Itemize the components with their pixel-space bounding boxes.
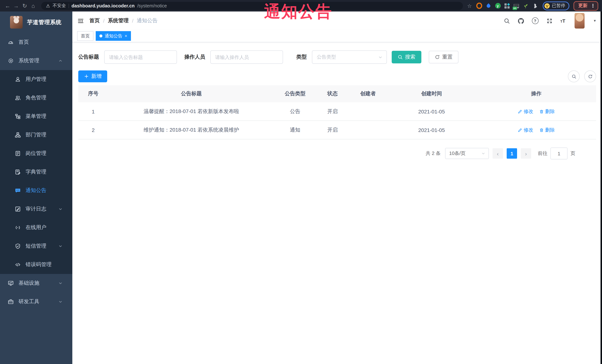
sidebar-item-部门管理[interactable]: 部门管理 (0, 126, 72, 144)
table-row: 1温馨提醒：2018-07-01 若依新版本发布啦公告开启2021-01-05修… (78, 102, 596, 121)
extension-list-icon[interactable]: on (513, 3, 519, 9)
address-bar[interactable]: ⚠ 不安全 dashboard.yudao.iocoder.cn/system/… (41, 2, 463, 10)
sidebar-item-label: 研发工具 (19, 298, 39, 305)
sidebar-item-短信管理[interactable]: 短信管理 (0, 237, 72, 255)
browser-reload-icon[interactable]: ↻ (21, 0, 29, 11)
sidebar-item-审计日志[interactable]: 审计日志 (0, 200, 72, 218)
sidebar-item-label: 错误码管理 (26, 261, 52, 268)
breadcrumb-item-首页[interactable]: 首页 (89, 17, 100, 24)
pagination: 共 2 条 10条/页 ‹ 1 › 前往 页 (78, 147, 575, 159)
peoples-icon (15, 95, 21, 101)
browser-home-icon[interactable]: ⌂ (29, 0, 37, 11)
sidebar-item-字典管理[interactable]: 字典管理 (0, 163, 72, 181)
next-page-button[interactable]: › (521, 148, 531, 159)
column-header-操作: 操作 (476, 85, 596, 102)
delete-link[interactable]: 删除 (539, 108, 555, 115)
extension-sprout-icon[interactable] (523, 3, 528, 9)
sidebar-item-label: 基础设施 (19, 280, 39, 287)
filter-operator-label: 操作人员 (184, 54, 205, 60)
column-header-创建者: 创建者 (349, 85, 387, 102)
browser-back-icon[interactable]: ← (4, 0, 11, 11)
profile-emoji-icon (545, 3, 550, 8)
filter-operator-input[interactable] (210, 50, 283, 64)
column-header-公告类型: 公告类型 (274, 85, 316, 102)
tags-view-bar: 首页通知公告× (72, 30, 602, 42)
sidebar-item-通知公告[interactable]: 通知公告 (0, 181, 72, 200)
profile-chip[interactable]: 已暂停 (543, 1, 569, 10)
font-size-icon[interactable]: TT (560, 18, 565, 23)
toolbox-icon (8, 299, 14, 305)
tag-首页[interactable]: 首页 (77, 31, 94, 41)
sidebar-item-label: 字典管理 (26, 169, 46, 175)
add-button[interactable]: 新增 (78, 70, 107, 82)
pencil-icon (518, 109, 522, 114)
github-icon[interactable] (518, 18, 524, 24)
tag-label: 通知公告 (105, 33, 122, 39)
fullscreen-icon[interactable] (546, 18, 552, 24)
update-chip-label: 更新 (578, 3, 588, 9)
pagination-total: 共 2 条 (426, 150, 441, 157)
browser-menu-icon[interactable]: ⋮ (591, 3, 595, 9)
user-avatar[interactable] (575, 13, 585, 29)
help-icon[interactable]: ? (532, 17, 538, 24)
edit-link[interactable]: 修改 (518, 108, 533, 115)
cell-status: 开启 (316, 121, 349, 139)
sidebar-item-label: 在线用户 (26, 224, 46, 231)
system-icon (8, 58, 14, 64)
browser-forward-icon[interactable]: → (12, 0, 20, 11)
reset-button[interactable]: 重置 (429, 51, 458, 63)
security-warning-icon: ⚠ (46, 3, 50, 8)
filter-type-select[interactable]: 公告类型 (312, 50, 387, 64)
url-host: dashboard.yudao.iocoder.cn (72, 3, 135, 8)
extension-grid-icon[interactable] (504, 3, 510, 9)
column-header-状态: 状态 (316, 85, 349, 102)
sidebar-item-系统管理[interactable]: 系统管理 (0, 52, 72, 70)
update-chip[interactable]: 更新 ⋮ (573, 1, 598, 10)
column-header-公告标题: 公告标题 (108, 85, 274, 102)
extension-green-circle-icon[interactable]: y (495, 3, 501, 9)
cell-title: 温馨提醒：2018-07-01 若依新版本发布啦 (108, 102, 274, 121)
prev-page-button[interactable]: ‹ (493, 148, 503, 159)
tree-icon (15, 132, 21, 138)
extension-puzzle-icon[interactable] (532, 3, 538, 9)
avatar-caret-down-icon[interactable]: ▼ (593, 19, 596, 23)
extension-orange-ring-icon[interactable] (476, 3, 482, 9)
sidebar-item-角色管理[interactable]: 角色管理 (0, 89, 72, 107)
filter-title-input[interactable] (104, 50, 177, 64)
page-size-select[interactable]: 10条/页 (445, 148, 489, 159)
goto-page-input[interactable] (550, 147, 568, 159)
sidebar-item-首页[interactable]: 首页 (0, 33, 72, 52)
cell-index: 1 (78, 102, 108, 121)
sidebar-fold-icon[interactable] (77, 18, 84, 24)
cell-index: 2 (78, 121, 108, 139)
sidebar-item-基础设施[interactable]: 基础设施 (0, 274, 72, 292)
page-1-button[interactable]: 1 (507, 148, 517, 159)
cell-actions: 修改删除 (476, 121, 596, 139)
sidebar-item-用户管理[interactable]: 用户管理 (0, 70, 72, 89)
close-icon[interactable]: × (125, 34, 127, 38)
search-icon[interactable] (504, 18, 510, 24)
sidebar-logo[interactable]: 芋道管理系统 (0, 11, 72, 33)
sidebar-item-菜单管理[interactable]: 菜单管理 (0, 107, 72, 126)
sidebar-item-label: 审计日志 (26, 206, 46, 212)
type-select-placeholder: 公告类型 (317, 54, 336, 60)
filter-type-label: 类型 (296, 54, 307, 60)
tag-通知公告[interactable]: 通知公告× (96, 31, 131, 41)
extension-blue-drop-icon[interactable] (485, 3, 492, 9)
table-refresh-button[interactable] (584, 70, 596, 82)
sidebar-item-研发工具[interactable]: 研发工具 (0, 292, 72, 311)
sidebar-item-错误码管理[interactable]: 错误码管理 (0, 255, 72, 274)
sidebar-item-label: 岗位管理 (26, 150, 46, 157)
bookmark-star-icon[interactable]: ☆ (467, 3, 472, 9)
search-icon (571, 74, 576, 79)
delete-link[interactable]: 删除 (539, 127, 555, 133)
sidebar-item-岗位管理[interactable]: 岗位管理 (0, 144, 72, 163)
table-search-toggle-button[interactable] (568, 70, 580, 82)
sidebar-item-在线用户[interactable]: 在线用户 (0, 218, 72, 237)
edit-link[interactable]: 修改 (518, 127, 533, 133)
tag-label: 首页 (81, 33, 90, 39)
table-row: 2维护通知：2018-07-01 若依系统凌晨维护通知开启2021-01-05修… (78, 121, 596, 139)
search-button[interactable]: 搜索 (392, 51, 421, 63)
sidebar-menu: 首页系统管理用户管理角色管理菜单管理部门管理岗位管理字典管理通知公告审计日志在线… (0, 33, 72, 311)
breadcrumb-item-系统管理[interactable]: 系统管理 (108, 17, 129, 24)
